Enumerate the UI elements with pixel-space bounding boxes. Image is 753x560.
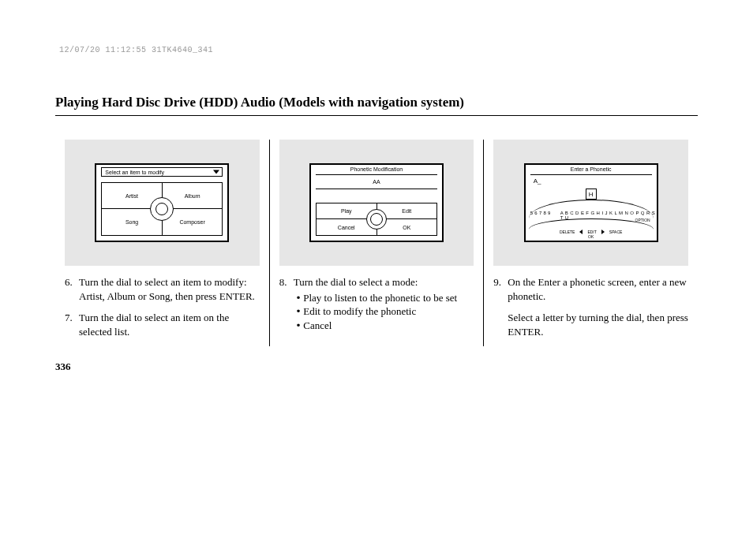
screen-illustration-2: Phonetic Modification AA Play Edit Cance… xyxy=(279,140,474,266)
column-1: Select an item to modify Artist Album So… xyxy=(55,140,269,346)
divider xyxy=(530,174,652,175)
step-7-text: Turn the dial to select an item on the s… xyxy=(79,311,260,338)
content-columns: Select an item to modify Artist Album So… xyxy=(55,140,698,346)
step-8-text: Turn the dial to select a mode: xyxy=(294,276,418,288)
step-8-body: Turn the dial to select a mode: Play to … xyxy=(294,275,474,332)
manual-page: 12/07/20 11:12:55 31TK4640_341 Playing H… xyxy=(0,0,753,405)
step-6-text: Turn the dial to select an item to modif… xyxy=(79,275,260,303)
screen-illustration-3: Enter a Phonetic A_ H 5 6 7 8 9 A B C D … xyxy=(493,140,688,266)
step-6-num: 6. xyxy=(65,275,79,303)
screen-1: Select an item to modify Artist Album So… xyxy=(95,163,229,242)
step-8-bullet-2: Edit to modify the phonetic xyxy=(305,304,474,319)
screen-3-highlight: H xyxy=(586,189,597,200)
screen-3-title: Enter a Phonetic xyxy=(526,166,657,172)
triangle-left-icon xyxy=(579,230,583,234)
dial-icon xyxy=(366,209,387,230)
screen-3-value: A_ xyxy=(534,177,541,185)
step-7-num: 7. xyxy=(65,311,79,338)
screen-2-grid: Play Edit Cancel OK xyxy=(316,203,437,236)
step-9-note: Select a letter by turning the dial, the… xyxy=(493,311,688,338)
step-7: 7. Turn the dial to select an item on th… xyxy=(65,311,260,338)
step-9: 9. On the Enter a phonetic screen, enter… xyxy=(493,275,688,303)
step-9-num: 9. xyxy=(493,275,508,303)
screen-3-delete: DELETE xyxy=(560,230,575,234)
screen-2-title: Phonetic Modification xyxy=(311,166,442,172)
step-8-bullet-3: Cancel xyxy=(305,319,474,333)
screen-1-grid: Artist Album Song Composer xyxy=(101,182,223,236)
step-8-bullets: Play to listen to the phonetic to be set… xyxy=(294,291,474,333)
column-2: Phonetic Modification AA Play Edit Cance… xyxy=(269,140,484,346)
screen-1-title: Select an item to modify xyxy=(101,167,223,177)
page-number: 336 xyxy=(55,360,698,373)
divider xyxy=(316,189,437,189)
screen-3-numbers: 5 6 7 8 9 xyxy=(530,211,551,215)
title-rule xyxy=(55,115,698,116)
step-8: 8. Turn the dial to select a mode: Play … xyxy=(279,275,474,332)
screen-3: Enter a Phonetic A_ H 5 6 7 8 9 A B C D … xyxy=(524,163,658,242)
step-9-text: On the Enter a phonetic screen, enter a … xyxy=(508,275,688,303)
triangle-right-icon xyxy=(601,230,605,234)
screen-3-option: OPTION xyxy=(635,218,650,222)
column-3: Enter a Phonetic A_ H 5 6 7 8 9 A B C D … xyxy=(483,140,698,346)
dial-icon xyxy=(150,197,174,221)
step-8-bullet-1: Play to listen to the phonetic to be set xyxy=(305,291,474,305)
divider xyxy=(316,174,437,175)
page-title: Playing Hard Disc Drive (HDD) Audio (Mod… xyxy=(55,95,698,110)
screen-3-ok: OK xyxy=(588,234,594,239)
screen-2: Phonetic Modification AA Play Edit Cance… xyxy=(309,163,444,242)
screen-illustration-1: Select an item to modify Artist Album So… xyxy=(65,140,260,266)
step-8-num: 8. xyxy=(279,275,294,332)
step-6: 6. Turn the dial to select an item to mo… xyxy=(65,275,260,303)
screen-3-space: SPACE xyxy=(609,230,623,234)
print-timestamp: 12/07/20 11:12:55 31TK4640_341 xyxy=(59,46,213,54)
screen-2-value: AA xyxy=(311,179,442,185)
